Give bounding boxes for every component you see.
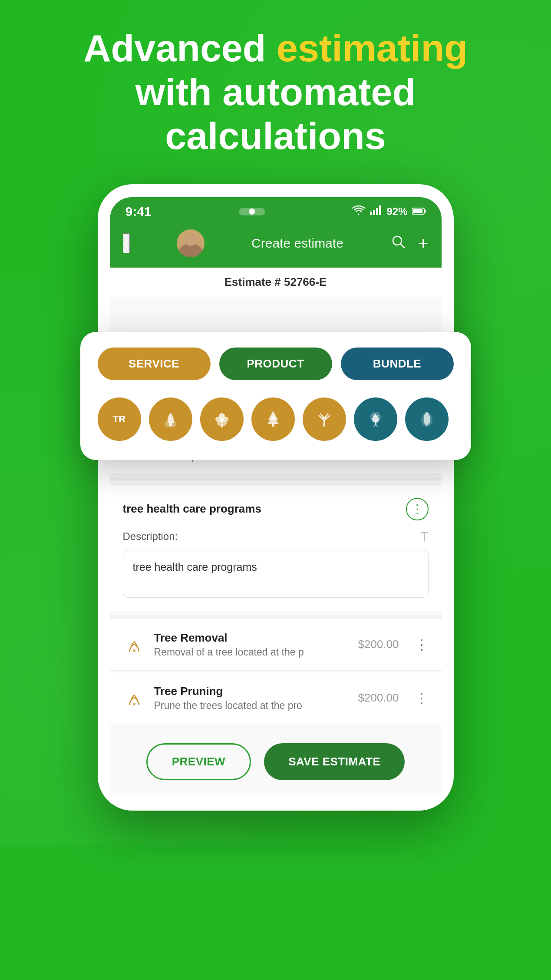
description-box[interactable]: tree health care programs	[123, 550, 429, 598]
svg-rect-19	[376, 208, 378, 215]
svg-rect-14	[375, 421, 376, 425]
tree-pruning-title: Tree Pruning	[154, 685, 350, 698]
estimate-number: Estimate # 52766-E	[110, 268, 442, 297]
battery-label: 92%	[386, 205, 407, 218]
category-icon-tr[interactable]: TR	[98, 397, 141, 441]
svg-rect-30	[133, 649, 135, 652]
navbar-title: Create estimate	[251, 236, 343, 251]
category-icon-teal1[interactable]	[354, 397, 397, 441]
list-item-tree-pruning: Tree Pruning Prune the trees located at …	[110, 672, 442, 724]
svg-rect-12	[323, 420, 325, 427]
status-icons: 92%	[352, 205, 426, 218]
tree-removal-subtitle: Removal of a tree located at the p	[154, 646, 350, 658]
tree-pruning-content: Tree Pruning Prune the trees located at …	[154, 685, 350, 712]
svg-line-16	[376, 425, 378, 427]
svg-point-26	[186, 234, 195, 244]
search-icon[interactable]	[390, 234, 406, 253]
bundle-title: tree health care programs	[123, 502, 261, 516]
tree-removal-icon	[123, 633, 145, 656]
svg-line-28	[400, 244, 404, 248]
category-icon-pine[interactable]	[251, 397, 295, 441]
tab-service[interactable]: SERVICE	[98, 348, 211, 380]
category-icon-flower[interactable]	[200, 397, 244, 441]
preview-button[interactable]: PREVIEW	[146, 743, 251, 780]
status-bar: 9:41	[110, 197, 442, 223]
back-button[interactable]: ‹	[123, 233, 130, 253]
svg-line-15	[373, 425, 376, 427]
svg-rect-22	[424, 210, 426, 212]
svg-point-7	[220, 418, 224, 422]
tree-pruning-menu-button[interactable]: ⋮	[415, 690, 429, 706]
tree-pruning-subtitle: Prune the trees located at the pro	[154, 700, 350, 712]
app-navbar: ‹ Create estimate	[110, 223, 442, 268]
signal-icon	[370, 205, 382, 218]
category-icons-row: TR	[98, 397, 454, 441]
tree-removal-content: Tree Removal Removal of a tree located a…	[154, 631, 350, 658]
battery-icon	[412, 205, 426, 218]
description-value: tree health care programs	[133, 561, 257, 573]
svg-rect-23	[413, 209, 422, 213]
category-icon-teal2[interactable]	[405, 397, 449, 441]
service-selector-card: SERVICE PRODUCT BUNDLE TR	[80, 332, 471, 460]
tab-product[interactable]: PRODUCT	[219, 348, 332, 380]
list-item-tree-removal: Tree Removal Removal of a tree located a…	[110, 619, 442, 671]
bottom-actions: PREVIEW SAVE ESTIMATE	[110, 726, 442, 793]
category-icon-bare-tree[interactable]	[303, 397, 346, 441]
tab-bundle[interactable]: BUNDLE	[341, 348, 454, 380]
bundle-menu-button[interactable]: ⋮	[406, 498, 429, 520]
svg-rect-11	[272, 423, 274, 427]
description-row: Description: T	[123, 529, 429, 544]
wifi-icon	[352, 205, 366, 218]
phone-frame: 9:41	[98, 184, 454, 811]
service-tabs: SERVICE PRODUCT BUNDLE	[98, 348, 454, 380]
add-icon[interactable]: +	[418, 235, 428, 252]
svg-rect-20	[379, 205, 381, 215]
save-estimate-button[interactable]: SAVE ESTIMATE	[264, 743, 405, 780]
tree-pruning-icon	[123, 687, 145, 709]
avatar	[177, 229, 205, 257]
svg-rect-18	[373, 210, 375, 215]
phone-container: SERVICE PRODUCT BUNDLE TR	[98, 184, 454, 811]
bundle-header: tree health care programs ⋮	[123, 498, 429, 520]
text-format-icon: T	[420, 529, 428, 544]
tree-removal-menu-button[interactable]: ⋮	[415, 636, 429, 653]
tree-removal-price: $200.00	[358, 638, 399, 651]
nav-actions: +	[390, 234, 428, 253]
category-icon-stump[interactable]	[149, 397, 192, 441]
svg-rect-31	[133, 703, 135, 705]
description-label-text: Description:	[123, 530, 178, 543]
tree-removal-title: Tree Removal	[154, 631, 350, 645]
bundle-card: tree health care programs ⋮ Description:…	[110, 484, 442, 611]
svg-rect-17	[370, 212, 372, 215]
tree-pruning-price: $200.00	[358, 691, 399, 705]
svg-rect-8	[221, 424, 223, 427]
status-time: 9:41	[125, 204, 152, 219]
svg-rect-1	[169, 422, 172, 426]
